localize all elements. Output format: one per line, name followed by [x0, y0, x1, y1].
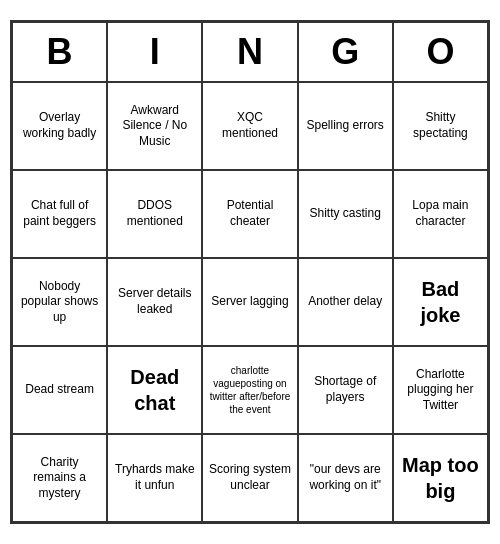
bingo-cell-20: Charity remains a mystery — [12, 434, 107, 522]
bingo-cell-1: Awkward Silence / No Music — [107, 82, 202, 170]
bingo-grid: Overlay working badlyAwkward Silence / N… — [12, 82, 488, 522]
bingo-cell-10: Nobody popular shows up — [12, 258, 107, 346]
header-letter-n: N — [202, 22, 297, 82]
bingo-cell-21: Tryhards make it unfun — [107, 434, 202, 522]
bingo-cell-11: Server details leaked — [107, 258, 202, 346]
bingo-cell-23: "our devs are working on it" — [298, 434, 393, 522]
bingo-cell-22: Scoring system unclear — [202, 434, 297, 522]
bingo-cell-7: Potential cheater — [202, 170, 297, 258]
header-letter-b: B — [12, 22, 107, 82]
bingo-header: BINGO — [12, 22, 488, 82]
bingo-cell-4: Shitty spectating — [393, 82, 488, 170]
bingo-cell-12: Server lagging — [202, 258, 297, 346]
bingo-cell-15: Dead stream — [12, 346, 107, 434]
bingo-cell-5: Chat full of paint beggers — [12, 170, 107, 258]
header-letter-i: I — [107, 22, 202, 82]
bingo-cell-2: XQC mentioned — [202, 82, 297, 170]
bingo-cell-17: charlotte vagueposting on twitter after/… — [202, 346, 297, 434]
bingo-cell-19: Charlotte plugging her Twitter — [393, 346, 488, 434]
bingo-cell-18: Shortage of players — [298, 346, 393, 434]
bingo-card: BINGO Overlay working badlyAwkward Silen… — [10, 20, 490, 524]
bingo-cell-8: Shitty casting — [298, 170, 393, 258]
bingo-cell-14: Bad joke — [393, 258, 488, 346]
bingo-cell-13: Another delay — [298, 258, 393, 346]
bingo-cell-9: Lopa main character — [393, 170, 488, 258]
bingo-cell-6: DDOS mentioned — [107, 170, 202, 258]
header-letter-o: O — [393, 22, 488, 82]
header-letter-g: G — [298, 22, 393, 82]
bingo-cell-24: Map too big — [393, 434, 488, 522]
bingo-cell-3: Spelling errors — [298, 82, 393, 170]
bingo-cell-16: Dead chat — [107, 346, 202, 434]
bingo-cell-0: Overlay working badly — [12, 82, 107, 170]
